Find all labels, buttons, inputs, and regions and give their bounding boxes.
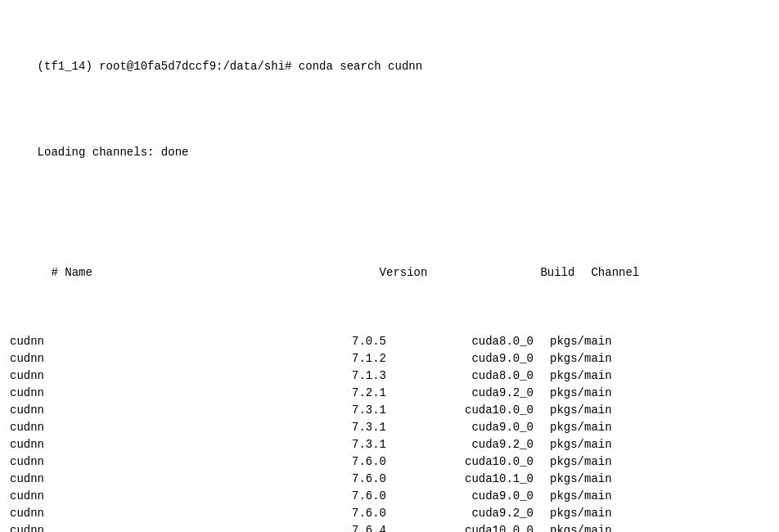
cell-channel: pkgs/main <box>550 385 648 402</box>
table-row: cudnn7.1.2cuda9.0_0pkgs/main <box>10 350 769 367</box>
cell-name: cudnn <box>10 385 239 402</box>
cell-version: 7.6.0 <box>239 453 403 471</box>
table-body: cudnn7.0.5cuda8.0_0pkgs/maincudnn7.1.2cu… <box>10 333 769 532</box>
cell-build: cuda10.0_0 <box>403 522 550 532</box>
cell-name: cudnn <box>10 436 239 453</box>
cell-build: cuda10.1_0 <box>403 471 550 488</box>
cell-version: 7.0.5 <box>239 333 403 350</box>
header-name: # Name <box>51 264 280 282</box>
cell-build: cuda10.0_0 <box>403 402 550 419</box>
cell-name: cudnn <box>10 333 239 350</box>
table-row: cudnn7.3.1cuda9.0_0pkgs/main <box>10 419 769 436</box>
cell-version: 7.3.1 <box>239 419 403 436</box>
cell-name: cudnn <box>10 505 239 522</box>
table-row: cudnn7.3.1cuda10.0_0pkgs/main <box>10 402 769 419</box>
cell-name: cudnn <box>10 522 239 532</box>
cell-channel: pkgs/main <box>550 419 648 436</box>
cell-channel: pkgs/main <box>550 453 648 471</box>
cell-name: cudnn <box>10 402 239 419</box>
table-row: cudnn7.3.1cuda9.2_0pkgs/main <box>10 436 769 453</box>
header-version: Version <box>280 264 444 282</box>
cell-channel: pkgs/main <box>550 505 648 522</box>
cell-channel: pkgs/main <box>550 471 648 488</box>
cell-name: cudnn <box>10 350 239 367</box>
loading-text: Loading channels: done <box>38 146 189 159</box>
prompt-line: (tf1_14) root@10fa5d7dccf9:/data/shi# co… <box>10 41 769 92</box>
cell-name: cudnn <box>10 471 239 488</box>
table-row: cudnn7.2.1cuda9.2_0pkgs/main <box>10 385 769 402</box>
cell-channel: pkgs/main <box>550 522 648 532</box>
table-row: cudnn7.6.0cuda9.0_0pkgs/main <box>10 488 769 505</box>
cell-channel: pkgs/main <box>550 436 648 453</box>
cell-version: 7.6.0 <box>239 505 403 522</box>
cell-version: 7.6.4 <box>239 522 403 532</box>
header-build: Build <box>444 264 591 282</box>
cell-build: cuda8.0_0 <box>403 367 550 385</box>
cell-channel: pkgs/main <box>550 350 648 367</box>
cell-name: cudnn <box>10 419 239 436</box>
cell-build: cuda9.0_0 <box>403 488 550 505</box>
table-row: cudnn7.1.3cuda8.0_0pkgs/main <box>10 367 769 385</box>
table-row: cudnn7.6.4cuda10.0_0pkgs/main <box>10 522 769 532</box>
table-row: cudnn7.0.5cuda8.0_0pkgs/main <box>10 333 769 350</box>
cell-channel: pkgs/main <box>550 333 648 350</box>
table-row: cudnn7.6.0cuda10.0_0pkgs/main <box>10 453 769 471</box>
cell-version: 7.3.1 <box>239 436 403 453</box>
cell-build: cuda9.2_0 <box>403 385 550 402</box>
cell-name: cudnn <box>10 453 239 471</box>
results-table: # NameVersionBuildChannel cudnn7.0.5cuda… <box>10 213 769 532</box>
cell-channel: pkgs/main <box>550 402 648 419</box>
cell-name: cudnn <box>10 367 239 385</box>
cell-build: cuda9.2_0 <box>403 505 550 522</box>
cell-build: cuda9.0_0 <box>403 419 550 436</box>
cell-channel: pkgs/main <box>550 488 648 505</box>
table-header-row: # NameVersionBuildChannel <box>10 247 769 299</box>
cell-version: 7.2.1 <box>239 385 403 402</box>
cell-build: cuda9.2_0 <box>403 436 550 453</box>
cell-version: 7.6.0 <box>239 488 403 505</box>
prompt-text: (tf1_14) root@10fa5d7dccf9:/data/shi# co… <box>38 60 422 73</box>
cell-build: cuda9.0_0 <box>403 350 550 367</box>
loading-line: Loading channels: done <box>10 127 769 178</box>
cell-build: cuda10.0_0 <box>403 453 550 471</box>
cell-version: 7.1.2 <box>239 350 403 367</box>
header-channel: Channel <box>591 264 689 282</box>
cell-version: 7.6.0 <box>239 471 403 488</box>
cell-version: 7.1.3 <box>239 367 403 385</box>
terminal-output: (tf1_14) root@10fa5d7dccf9:/data/shi# co… <box>10 7 769 532</box>
cell-build: cuda8.0_0 <box>403 333 550 350</box>
cell-channel: pkgs/main <box>550 367 648 385</box>
table-row: cudnn7.6.0cuda9.2_0pkgs/main <box>10 505 769 522</box>
cell-version: 7.3.1 <box>239 402 403 419</box>
cell-name: cudnn <box>10 488 239 505</box>
table-row: cudnn7.6.0cuda10.1_0pkgs/main <box>10 471 769 488</box>
